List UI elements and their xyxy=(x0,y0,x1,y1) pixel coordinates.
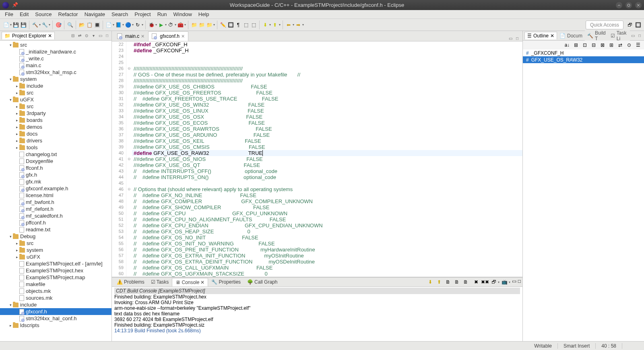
tree-item[interactable]: gfx.mk xyxy=(0,178,111,185)
c-cpp-perspective-button[interactable]: 🔲 xyxy=(634,21,642,29)
tree-item[interactable]: license.html xyxy=(0,192,111,199)
menu-file[interactable]: File xyxy=(2,10,17,18)
tree-item[interactable]: ExampleSTMProject.hex xyxy=(0,267,111,274)
minimize-console-button[interactable]: ▭ xyxy=(512,278,516,286)
tree-item[interactable]: _initialize_hardware.c xyxy=(0,48,111,55)
show-whitespace-button[interactable]: ¶ xyxy=(235,21,242,29)
focus-button[interactable]: ⊙ xyxy=(84,33,89,39)
tree-item[interactable]: mf_scaledfont.h xyxy=(0,212,111,219)
save-all-button[interactable]: 💾 xyxy=(20,21,27,29)
tree-item[interactable]: ▸system xyxy=(0,247,111,253)
hide-static-button[interactable]: ⊡ xyxy=(581,41,588,49)
tree-item[interactable]: makefile xyxy=(0,281,111,288)
tree-item[interactable]: readme.txt xyxy=(0,226,111,233)
tree-item[interactable]: stm32f4xx_hal_msp.c xyxy=(0,69,111,76)
tree-item[interactable]: ▸src xyxy=(0,240,111,247)
tree-item[interactable]: ▸ldscripts xyxy=(0,322,111,329)
minimize-view-button[interactable]: ▭ xyxy=(97,33,103,39)
back-button[interactable]: ⬅ xyxy=(285,21,292,29)
tree-item[interactable]: gfx.h xyxy=(0,171,111,178)
bottom-tab-problems[interactable]: ⚠️Problems xyxy=(114,278,148,286)
outline-tree[interactable]: #_GFXCONF_H#GFX_USE_OS_RAW32 xyxy=(523,49,644,341)
tree-item[interactable]: stm32f4xx_hal_conf.h xyxy=(0,315,111,322)
code-editor[interactable]: 2223242526272829303132333435363738394041… xyxy=(112,41,522,277)
remove-launch-button[interactable]: ✖ xyxy=(473,278,480,286)
collapse-all-button[interactable]: ⊟ xyxy=(70,33,76,39)
new-source-button[interactable]: 📁 xyxy=(206,21,213,29)
close-icon[interactable]: ✕ xyxy=(48,33,52,39)
forward-button[interactable]: ➡ xyxy=(295,21,302,29)
tree-item[interactable]: ▸uGFX xyxy=(0,253,111,260)
new-class-button[interactable]: 📁 xyxy=(198,21,205,29)
open-perspective-button[interactable]: 🗗 xyxy=(626,21,634,29)
filter-button[interactable]: ⊠ xyxy=(599,41,606,49)
tree-item[interactable]: ▾uGFX xyxy=(0,96,111,103)
open-task-button[interactable]: 📋 xyxy=(86,21,93,29)
menu-refactor[interactable]: Refactor xyxy=(55,10,81,18)
tree-item[interactable]: ▾include xyxy=(0,301,111,308)
tree-item[interactable]: ▾system xyxy=(0,76,111,82)
outline-tab-docum[interactable]: 📄 Docum xyxy=(557,32,585,39)
toggle-mark-button[interactable]: ✏️ xyxy=(219,21,227,29)
console-output[interactable]: CDT Build Console [ExampleSTMProject] Fi… xyxy=(112,287,522,341)
target-button[interactable]: 🎯 xyxy=(55,21,62,29)
tree-item[interactable]: mf_rlefont.h xyxy=(0,206,111,212)
save-button[interactable]: 💾 xyxy=(12,21,19,29)
display-selected-button[interactable]: 🗎 xyxy=(462,278,469,286)
tree-item[interactable]: ▾Debug xyxy=(0,233,111,240)
tree-item[interactable]: ▸demos xyxy=(0,124,111,130)
new-console-button[interactable]: 📺 xyxy=(501,278,508,286)
open-type-button[interactable]: 📂 xyxy=(78,21,85,29)
pin-icon[interactable]: 📌 xyxy=(12,2,18,8)
sort-button[interactable]: a↓ xyxy=(564,41,571,49)
ext-tools-button[interactable]: 🧰 xyxy=(177,21,184,29)
remove-all-button[interactable]: ✖✖ xyxy=(481,278,489,286)
open-element-button[interactable]: 🔳 xyxy=(93,21,101,29)
toggle-block-button[interactable]: 🔲 xyxy=(227,21,234,29)
maximize-outline-button[interactable]: □ xyxy=(637,33,642,39)
group-button[interactable]: ⊞ xyxy=(608,41,615,49)
menu-run[interactable]: Run xyxy=(154,10,170,18)
menu-edit[interactable]: Edit xyxy=(17,10,32,18)
tree-item[interactable]: pffconf.h xyxy=(0,219,111,226)
bottom-tab-properties[interactable]: 🔧Properties xyxy=(208,278,244,286)
tree-item[interactable]: ExampleSTMProject.elf - [arm/le] xyxy=(0,260,111,267)
menu-help[interactable]: Help xyxy=(195,10,213,18)
tree-item[interactable]: ▸include xyxy=(0,82,111,89)
tree-item[interactable]: _write.c xyxy=(0,55,111,62)
tree-item[interactable]: ▸boards xyxy=(0,117,111,124)
outline-tab-build t[interactable]: 🔨 Build T xyxy=(585,29,608,42)
close-button[interactable] xyxy=(635,2,642,8)
hide-fields-button[interactable]: ⊞ xyxy=(572,41,580,49)
show-console-button[interactable]: 🗎 xyxy=(453,278,460,286)
clear-console-button[interactable]: 🗎 xyxy=(444,278,452,286)
next-annotation-button[interactable]: ⬇ xyxy=(262,21,269,29)
toggle-word-wrap-button[interactable]: ⬚ xyxy=(242,21,250,29)
open-console-button[interactable]: 🗗 xyxy=(490,278,497,286)
tree-item[interactable]: objects.mk xyxy=(0,288,111,294)
prev-annotation-button[interactable]: ⬆ xyxy=(271,21,279,29)
maximize-button[interactable] xyxy=(625,2,632,8)
run-button[interactable]: ▶ xyxy=(157,21,165,29)
link-button[interactable]: ⇄ xyxy=(617,41,624,49)
minimize-outline-button[interactable]: ▭ xyxy=(630,33,636,39)
tree-item[interactable]: ExampleSTMProject.map xyxy=(0,274,111,281)
tree-item[interactable]: ▸src xyxy=(0,103,111,110)
tree-item[interactable]: ▸tools xyxy=(0,144,111,151)
tree-item[interactable]: gfxconf.h xyxy=(0,308,111,315)
outline-item[interactable]: #_GFXCONF_H xyxy=(523,49,644,56)
bottom-tab-tasks[interactable]: ☑Tasks xyxy=(148,278,172,286)
close-icon[interactable]: ✕ xyxy=(550,33,554,39)
maximize-editor-button[interactable]: □ xyxy=(514,35,520,41)
tree-item[interactable]: sources.mk xyxy=(0,294,111,301)
build-button[interactable]: 🔨 xyxy=(31,21,39,29)
hide-non-public-button[interactable]: ⊟ xyxy=(590,41,597,49)
view-menu-button[interactable]: ▾ xyxy=(91,33,96,39)
pin-console-button[interactable]: ⬆ xyxy=(436,278,443,286)
tree-item[interactable]: ▸3rdparty xyxy=(0,110,111,117)
profile-button[interactable]: ⏱ xyxy=(167,21,174,29)
tree-item[interactable]: gfxconf.example.h xyxy=(0,185,111,192)
editor-tab[interactable]: main.c✕ xyxy=(114,31,148,41)
nav-button[interactable]: 📄 xyxy=(105,21,112,29)
tree-item[interactable]: changelog.txt xyxy=(0,151,111,158)
